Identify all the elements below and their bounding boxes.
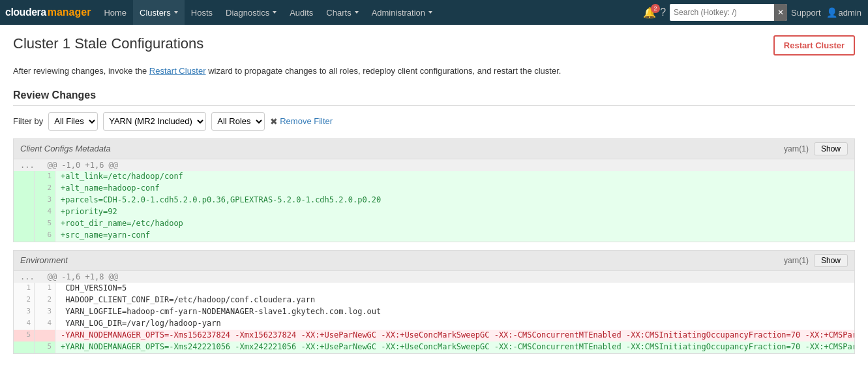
diff-line-num-new: 2 — [35, 183, 55, 195]
notification-badge: 2 — [651, 4, 660, 13]
diff-line-num-old: 2 — [14, 294, 35, 306]
diff-line-content: +alt_link=/etc/hadoop/conf — [55, 171, 854, 183]
diff-show-button-environment[interactable]: Show — [814, 254, 848, 267]
table-row: 11 CDH_VERSION=5 — [14, 283, 854, 294]
nav-clusters[interactable]: Clusters — [133, 0, 185, 25]
filter-bar: Filter by All Files YARN (MR2 Included) … — [13, 112, 855, 131]
search-input[interactable] — [670, 4, 774, 21]
nav-diagnostics[interactable]: Diagnostics — [219, 0, 283, 25]
remove-filter-icon: ✖ — [270, 116, 278, 127]
diff-line-num-new: 5 — [35, 218, 55, 230]
table-row: 5+root_dir_name=/etc/hadoop — [14, 218, 854, 230]
diff-line-num-old — [14, 218, 35, 230]
diff-line-content: +priority=92 — [55, 206, 854, 218]
diff-body-environment: 11 CDH_VERSION=522 HADOOP_CLIENT_CONF_DI… — [14, 283, 854, 353]
table-row: 44 YARN_LOG_DIR=/var/log/hadoop-yarn — [14, 318, 854, 330]
remove-filter-button[interactable]: ✖ Remove Filter — [270, 116, 333, 127]
diff-meta-dots-1: ... — [20, 161, 35, 170]
diff-line-num-new: 6 — [35, 230, 55, 242]
nav-audits[interactable]: Audits — [283, 0, 320, 25]
diff-show-button-client-configs[interactable]: Show — [814, 142, 848, 155]
table-row: 5+YARN_NODEMANAGER_OPTS=-Xms242221056 -X… — [14, 341, 854, 353]
intro-suffix: wizard to propagate changes to all roles… — [206, 66, 561, 76]
diff-body-client-configs: 1+alt_link=/etc/hadoop/conf2+alt_name=ha… — [14, 171, 854, 242]
diff-header-right-client-configs: yarn(1) Show — [784, 142, 848, 155]
table-row: 22 HADOOP_CLIENT_CONF_DIR=/etc/hadoop/co… — [14, 294, 854, 306]
diff-title-environment: Environment — [20, 255, 68, 265]
nav-administration[interactable]: Administration — [365, 0, 439, 25]
help-icon[interactable]: ? — [660, 7, 666, 18]
nav-clusters-label: Clusters — [140, 8, 171, 18]
table-row: 4+priority=92 — [14, 206, 854, 218]
nav-hosts[interactable]: Hosts — [185, 0, 219, 25]
diff-line-num-new: 1 — [35, 171, 55, 183]
nav-items: Home Clusters Hosts Diagnostics Audits C… — [97, 0, 643, 25]
filter-label: Filter by — [13, 116, 43, 126]
table-row: 6+src_name=yarn-conf — [14, 230, 854, 242]
navbar: cloudera manager Home Clusters Hosts Dia… — [0, 0, 868, 25]
nav-charts[interactable]: Charts — [320, 0, 365, 25]
logo-manager-text: manager — [48, 7, 91, 18]
diff-meta-range-2: @@ -1,6 +1,8 @@ — [48, 272, 118, 281]
diff-meta-range-1: @@ -1,0 +1,6 @@ — [48, 161, 118, 170]
cloudera-logo: cloudera manager — [5, 7, 91, 18]
diff-line-num-old — [14, 230, 35, 242]
user-menu[interactable]: 👤 admin — [826, 7, 863, 18]
diff-line-content: +alt_name=hadoop-conf — [55, 183, 854, 195]
nav-charts-caret — [355, 11, 359, 14]
user-icon: 👤 — [826, 7, 837, 18]
diff-line-num-new: 2 — [35, 294, 55, 306]
diff-line-num-new: 5 — [35, 341, 55, 353]
diff-header-client-configs: Client Configs Metadata yarn(1) Show — [14, 139, 854, 159]
nav-administration-caret — [428, 11, 432, 14]
diff-header-environment: Environment yarn(1) Show — [14, 251, 854, 271]
support-label: Support — [791, 8, 821, 18]
diff-line-num-old: 4 — [14, 318, 35, 330]
diff-line-num-old — [14, 206, 35, 218]
nav-administration-label: Administration — [372, 8, 425, 18]
diff-line-num-old: 3 — [14, 306, 35, 318]
diff-service-label-environment: yarn(1) — [784, 256, 809, 265]
restart-cluster-button[interactable]: Restart Cluster — [773, 35, 855, 56]
diff-body-inner-client-configs: 1+alt_link=/etc/hadoop/conf2+alt_name=ha… — [14, 171, 854, 242]
diff-line-num-old — [14, 171, 35, 183]
diff-line-content: YARN_LOGFILE=hadoop-cmf-yarn-NODEMANAGER… — [55, 306, 854, 318]
diff-meta-dots-2: ... — [20, 272, 35, 281]
logo-cloudera-text: cloudera — [5, 7, 46, 18]
filter-service-select[interactable]: YARN (MR2 Included) — [103, 112, 206, 131]
diff-header-right-environment: yarn(1) Show — [784, 254, 848, 267]
diff-line-num-new: 3 — [35, 306, 55, 318]
nav-diagnostics-caret — [273, 11, 277, 14]
diff-line-num-new: 1 — [35, 283, 55, 294]
diff-line-content: HADOOP_CLIENT_CONF_DIR=/etc/hadoop/conf.… — [55, 294, 854, 306]
page-header: Cluster 1 Stale Configurations Restart C… — [13, 35, 855, 56]
brand: cloudera manager — [5, 7, 91, 18]
nav-charts-label: Charts — [326, 8, 351, 18]
diff-line-num-old — [14, 183, 35, 195]
diff-line-num-new — [35, 330, 55, 341]
diff-line-num-old: 5 — [14, 330, 35, 341]
remove-filter-label: Remove Filter — [280, 116, 333, 126]
filter-file-select[interactable]: All Files — [48, 112, 98, 131]
diff-service-label-client-configs: yarn(1) — [784, 144, 809, 153]
table-row: 3+parcels=CDH-5.2.0-1.cdh5.2.0.p0.36,GPL… — [14, 195, 854, 206]
nav-home[interactable]: Home — [97, 0, 133, 25]
notification-bell[interactable]: 🔔 2 — [643, 7, 656, 19]
diff-line-num-new: 4 — [35, 206, 55, 218]
table-row: 33 YARN_LOGFILE=hadoop-cmf-yarn-NODEMANA… — [14, 306, 854, 318]
diff-line-num-new: 4 — [35, 318, 55, 330]
user-label: admin — [839, 8, 861, 18]
main-content: Cluster 1 Stale Configurations Restart C… — [0, 25, 868, 365]
search-clear-button[interactable]: ✕ — [774, 4, 787, 21]
diff-line-num-old — [14, 195, 35, 206]
restart-cluster-link[interactable]: Restart Cluster — [149, 66, 206, 76]
diff-section-environment: Environment yarn(1) Show ... @@ -1,6 +1,… — [13, 250, 855, 354]
diff-meta-environment: ... @@ -1,6 +1,8 @@ — [14, 271, 854, 283]
review-heading: Review Changes — [13, 89, 855, 106]
diff-line-content: +parcels=CDH-5.2.0-1.cdh5.2.0.p0.36,GPLE… — [55, 195, 854, 206]
support-menu[interactable]: Support — [791, 8, 822, 18]
search-bar[interactable]: ✕ — [670, 4, 787, 21]
diff-line-num-new: 3 — [35, 195, 55, 206]
filter-role-select[interactable]: All Roles — [211, 112, 265, 131]
diff-line-content: +YARN_NODEMANAGER_OPTS=-Xms242221056 -Xm… — [55, 341, 854, 353]
